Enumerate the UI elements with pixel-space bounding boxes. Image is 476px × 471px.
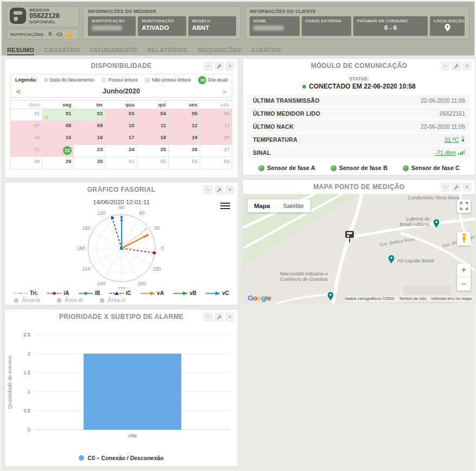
comm-value: 22-06-2020 11:05	[421, 123, 465, 130]
phasor-legend-vb[interactable]: vB	[173, 291, 196, 296]
calendar-day[interactable]: 18	[137, 133, 169, 145]
calendar-day[interactable]: 22	[42, 145, 74, 157]
weekday-dom: dom	[11, 101, 42, 109]
calendar-day[interactable]: 13	[200, 121, 232, 133]
location-pin-icon[interactable]	[434, 24, 461, 34]
fullscreen-icon[interactable]	[457, 199, 471, 213]
bar-legend-item[interactable]: C0 – Conexão / Desconexão	[79, 455, 163, 461]
calendar-day[interactable]: 30	[74, 157, 105, 169]
satellite-view-button[interactable]: Satélite	[276, 199, 310, 212]
close-icon[interactable]: ×	[225, 185, 234, 194]
minimize-icon[interactable]: −	[204, 185, 213, 194]
calendar-day[interactable]: 01D	[42, 109, 74, 121]
phasor-legend-va[interactable]: vA	[141, 291, 164, 296]
minimize-icon[interactable]: −	[441, 61, 450, 71]
settings-wrench-icon[interactable]	[214, 61, 224, 71]
calendar-day[interactable]: 01	[105, 157, 137, 169]
zoom-in-button[interactable]: +	[457, 263, 471, 277]
calendar-day[interactable]: 06	[200, 109, 232, 121]
calendar-day[interactable]: 03	[105, 109, 137, 121]
minimize-icon[interactable]: −	[204, 312, 213, 322]
settings-wrench-icon[interactable]	[214, 312, 224, 322]
minimize-icon[interactable]: −	[204, 61, 213, 71]
meter-info-title: INFORMAÇÕES DO MEDIDOR	[88, 9, 236, 14]
calendar-day[interactable]: 25	[137, 145, 169, 157]
comm-value-link[interactable]: -71 dbm	[435, 149, 456, 156]
calendar-day[interactable]: 02	[137, 157, 169, 169]
calendar-day[interactable]: 08	[42, 121, 74, 133]
google-logo[interactable]: Google	[247, 294, 271, 302]
calendar-day[interactable]: 21	[11, 145, 42, 157]
day-number: 03	[129, 110, 135, 116]
phasor-legend-area-ib[interactable]: Área-ib	[56, 298, 83, 303]
report-error-link[interactable]: Informar erro no mapa	[431, 296, 472, 301]
calendar-day[interactable]: 12	[169, 121, 200, 133]
chart-menu-icon[interactable]	[220, 201, 230, 211]
calendar-day[interactable]: 02	[74, 109, 105, 121]
calendar-day[interactable]: 04	[200, 157, 232, 169]
calendar-day[interactable]: 17	[105, 133, 137, 145]
tab-eventos[interactable]: EVENTOS	[251, 47, 281, 55]
day-number: 21	[34, 146, 40, 152]
calendar-day[interactable]: 23	[74, 145, 105, 157]
calendar-day[interactable]: 09	[74, 121, 105, 133]
calendar-day[interactable]: 07	[11, 121, 42, 133]
phasor-legend-tri[interactable]: Tri.	[14, 291, 38, 296]
sensor-label: Sensor de fase A	[267, 165, 315, 171]
phasor-legend-area-ia[interactable]: Área-ia	[14, 298, 40, 303]
panel-mapa-ponto-medicao: MAPA PONTO DE MEDIÇÃO − × Condomínio Ter…	[243, 179, 475, 303]
calendar-day[interactable]: 16	[74, 133, 105, 145]
phasor-legend-area-ic[interactable]: Área-ic	[99, 298, 126, 303]
calendar-day[interactable]: 28	[11, 157, 42, 169]
close-icon[interactable]: ×	[462, 183, 472, 192]
calendar-day[interactable]: 04	[137, 109, 169, 121]
calendar-day[interactable]: 15	[42, 133, 74, 145]
settings-wrench-icon[interactable]	[452, 61, 461, 71]
panel-title: MAPA PONTO DE MEDIÇÃO	[313, 183, 404, 191]
tab-resumo[interactable]: RESUMO	[7, 47, 34, 55]
calendar-day[interactable]: 14	[11, 133, 42, 145]
calendar-day[interactable]: 27	[200, 145, 232, 157]
next-month-button[interactable]: >	[222, 87, 226, 96]
comm-value-link[interactable]: 31 ºC	[445, 136, 459, 143]
day-number: 15	[66, 134, 72, 140]
calendar-day[interactable]: 29	[42, 157, 74, 169]
calendar-day[interactable]: 05	[169, 109, 200, 121]
close-icon[interactable]: ×	[225, 61, 234, 71]
close-icon[interactable]: ×	[225, 312, 234, 322]
terms-link[interactable]: Termos de Uso	[399, 296, 426, 301]
day-number: 02	[160, 158, 166, 164]
map-view-button[interactable]: Mapa	[247, 199, 276, 212]
tab-requisicoes[interactable]: REQUISIÇÕES	[198, 47, 242, 55]
prev-month-button[interactable]: <	[16, 87, 21, 96]
phasor-legend-vc[interactable]: vC	[206, 291, 229, 296]
eye-icon[interactable]	[56, 32, 63, 37]
tab-cadastro[interactable]: CADASTRO	[45, 47, 80, 55]
phasor-legend-ia[interactable]: iA	[47, 291, 69, 296]
weekday-qui: qui	[137, 101, 169, 109]
calendar-day[interactable]: 31	[11, 109, 42, 121]
calendar-day[interactable]: 20	[200, 133, 232, 145]
phasor-legend-ib[interactable]: iB	[79, 291, 100, 296]
close-icon[interactable]: ×	[462, 61, 472, 71]
calendar-day[interactable]: 19	[169, 133, 200, 145]
zoom-out-button[interactable]: −	[457, 277, 471, 291]
tab-faturamento[interactable]: FATURAMENTO	[90, 47, 137, 55]
svg-text:270: 270	[117, 286, 125, 289]
pegman-icon[interactable]	[457, 232, 471, 246]
bar-alta[interactable]	[84, 354, 181, 430]
calendar-day[interactable]: 11	[137, 121, 169, 133]
settings-wrench-icon[interactable]	[452, 183, 461, 192]
calendar-day[interactable]: 10	[105, 121, 137, 133]
minimize-icon[interactable]: −	[441, 183, 450, 192]
tab-relatorios[interactable]: RELATÓRIOS	[147, 47, 187, 55]
warning-icon[interactable]	[66, 32, 73, 37]
settings-wrench-icon[interactable]	[214, 185, 224, 194]
phasor-legend-ic[interactable]: iC	[110, 291, 131, 296]
comm-value: -71 dbm	[435, 149, 465, 156]
calendar-day[interactable]: 03	[169, 157, 200, 169]
calendar-day[interactable]: 24	[105, 145, 137, 157]
svg-text:30: 30	[154, 225, 160, 231]
calendar-day[interactable]: 26	[169, 145, 200, 157]
bell-icon[interactable]	[47, 31, 53, 37]
